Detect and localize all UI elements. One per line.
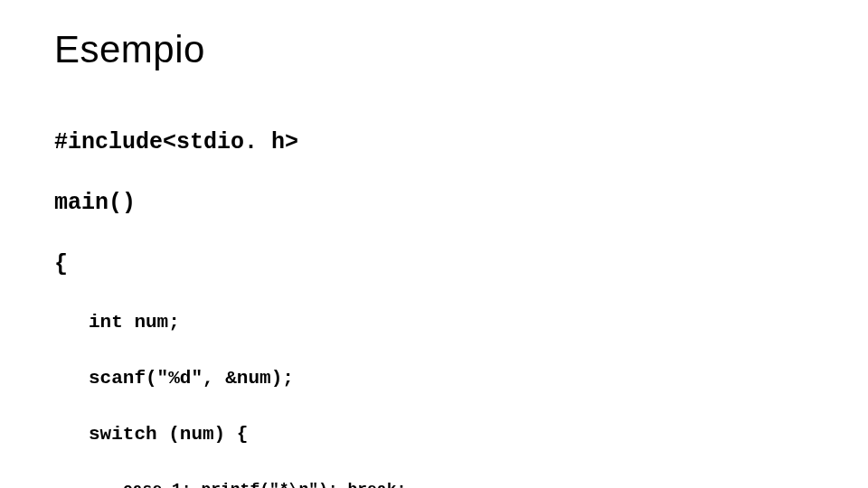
code-line: int num; — [89, 311, 814, 334]
slide: Esempio #include<stdio. h> main() { int … — [0, 0, 868, 488]
code-line: main() — [54, 189, 814, 217]
code-line: scanf("%d", &num); — [89, 367, 814, 390]
code-line: switch (num) { — [89, 423, 814, 446]
code-line: #include<stdio. h> — [54, 128, 814, 156]
code-block: #include<stdio. h> main() { int num; sca… — [54, 96, 814, 488]
slide-title: Esempio — [54, 29, 814, 70]
code-line: case 1: printf("*\n"); break; — [123, 480, 814, 488]
code-line: { — [54, 250, 814, 278]
